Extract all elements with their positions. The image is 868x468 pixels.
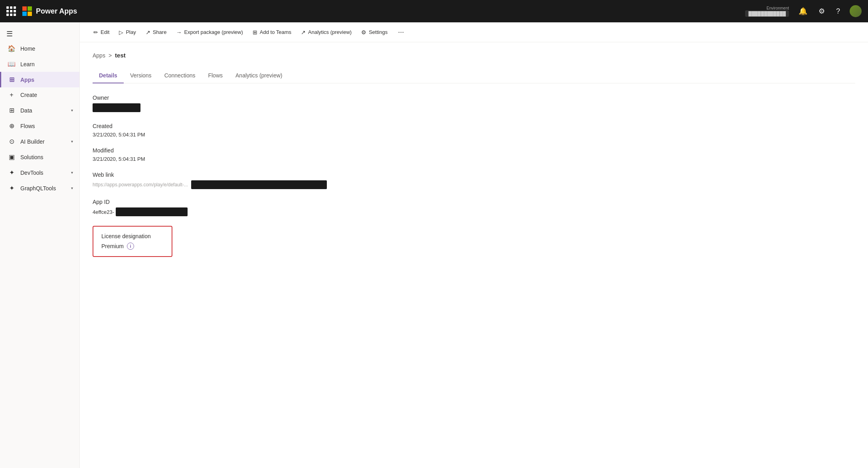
sidebar-item-solutions[interactable]: ▣ Solutions: [0, 149, 79, 165]
hamburger-button[interactable]: ☰: [0, 26, 79, 41]
toolbar: ✏ Edit ▷ Play ↗ Share → Export package (…: [80, 22, 868, 42]
chevron-down-icon: ▾: [71, 139, 73, 144]
sidebar-item-label: Apps: [20, 77, 34, 83]
share-button[interactable]: ↗ Share: [142, 27, 171, 38]
home-icon: 🏠: [8, 45, 16, 52]
license-designation-box: License designation Premium i: [93, 226, 172, 257]
sidebar-item-flows[interactable]: ⊕ Flows: [0, 118, 79, 134]
content-area: Apps > test Details Versions Connections…: [80, 42, 868, 267]
weblink-partial: https://apps.powerapps.com/play/e/defaul…: [93, 182, 188, 188]
sidebar-item-ai-builder[interactable]: ⊙ AI Builder ▾: [0, 134, 79, 149]
license-value-row: Premium i: [101, 243, 164, 250]
modified-value: 3/21/2020, 5:04:31 PM: [93, 156, 855, 162]
microsoft-logo: [22, 6, 32, 16]
settings-icon: ⚙: [361, 29, 366, 36]
breadcrumb-separator: >: [109, 52, 112, 59]
owner-label: Owner: [93, 95, 855, 101]
weblink-field: Web link https://apps.powerapps.com/play…: [93, 172, 855, 189]
topbar: Power Apps Environment ████████████ 🔔 ⚙ …: [0, 0, 868, 22]
sidebar-item-label: Learn: [20, 61, 35, 67]
breadcrumb: Apps > test: [93, 52, 855, 59]
appid-label: App ID: [93, 199, 855, 205]
appid-field: App ID 4effce23-: [93, 199, 855, 216]
sidebar-item-label: DevTools: [20, 170, 43, 176]
sidebar-item-graphqltools[interactable]: ✦ GraphQLTools ▾: [0, 180, 79, 196]
devtools-icon: ✦: [8, 169, 16, 176]
export-button[interactable]: → Export package (preview): [172, 27, 247, 38]
solutions-icon: ▣: [8, 153, 16, 161]
more-options-button[interactable]: ···: [395, 26, 407, 38]
analytics-icon: ↗: [301, 29, 306, 36]
chevron-down-icon: ▾: [71, 170, 73, 175]
add-to-teams-button[interactable]: ⊞ Add to Teams: [249, 27, 295, 38]
ai-builder-icon: ⊙: [8, 138, 16, 145]
weblink-row: https://apps.powerapps.com/play/e/defaul…: [93, 180, 855, 189]
weblink-label: Web link: [93, 172, 855, 178]
tab-versions[interactable]: Versions: [124, 68, 158, 83]
owner-field: Owner: [93, 95, 855, 113]
brand: Power Apps: [22, 6, 77, 16]
sidebar-item-label: Data: [20, 107, 32, 114]
edit-button[interactable]: ✏ Edit: [89, 27, 113, 38]
created-label: Created: [93, 123, 855, 129]
modified-field: Modified 3/21/2020, 5:04:31 PM: [93, 147, 855, 162]
appid-redacted: [116, 207, 188, 216]
chevron-down-icon: ▾: [71, 108, 73, 113]
sidebar-item-home[interactable]: 🏠 Home: [0, 41, 79, 56]
sidebar-item-data[interactable]: ⊞ Data ▾: [0, 103, 79, 118]
sidebar-item-devtools[interactable]: ✦ DevTools ▾: [0, 165, 79, 180]
sidebar-item-apps[interactable]: ⊞ Apps: [0, 72, 79, 87]
appid-prefix: 4effce23-: [93, 209, 114, 215]
app-launcher-icon[interactable]: [6, 6, 16, 16]
sidebar: ☰ 🏠 Home 📖 Learn ⊞ Apps + Create ⊞ Data …: [0, 22, 80, 468]
appid-row: 4effce23-: [93, 207, 855, 216]
play-icon: ▷: [119, 29, 123, 36]
data-icon: ⊞: [8, 107, 16, 114]
created-field: Created 3/21/2020, 5:04:31 PM: [93, 123, 855, 138]
breadcrumb-current: test: [115, 52, 126, 59]
graphqltools-icon: ✦: [8, 184, 16, 192]
sidebar-item-label: Create: [20, 92, 37, 98]
sidebar-item-label: Solutions: [20, 154, 43, 160]
sidebar-item-create[interactable]: + Create: [0, 87, 79, 103]
sidebar-item-label: Home: [20, 45, 35, 52]
main-content: ✏ Edit ▷ Play ↗ Share → Export package (…: [80, 22, 868, 468]
user-avatar[interactable]: [850, 5, 862, 17]
play-button[interactable]: ▷ Play: [115, 27, 140, 38]
topbar-right: Environment ████████████ 🔔 ⚙ ?: [745, 5, 862, 17]
env-value: ████████████: [745, 10, 789, 17]
license-label: License designation: [101, 233, 164, 239]
create-icon: +: [8, 91, 16, 99]
breadcrumb-apps-link[interactable]: Apps: [93, 52, 105, 59]
export-icon: →: [176, 29, 182, 36]
notification-icon[interactable]: 🔔: [797, 5, 809, 17]
analytics-button[interactable]: ↗ Analytics (preview): [297, 27, 356, 38]
learn-icon: 📖: [8, 60, 16, 68]
created-value: 3/21/2020, 5:04:31 PM: [93, 132, 855, 138]
apps-icon: ⊞: [8, 76, 16, 83]
tab-details[interactable]: Details: [93, 68, 124, 83]
chevron-down-icon: ▾: [71, 186, 73, 190]
tab-connections[interactable]: Connections: [158, 68, 202, 83]
sidebar-item-label: Flows: [20, 123, 35, 129]
environment-selector[interactable]: Environment ████████████: [745, 6, 789, 17]
tab-analytics[interactable]: Analytics (preview): [229, 68, 289, 83]
help-icon[interactable]: ?: [834, 6, 842, 17]
share-icon: ↗: [146, 29, 150, 36]
sidebar-item-label: GraphQLTools: [20, 185, 56, 192]
env-label: Environment: [767, 6, 789, 10]
settings-button[interactable]: ⚙ Settings: [357, 27, 391, 38]
tab-flows[interactable]: Flows: [202, 68, 229, 83]
weblink-redacted: [191, 180, 327, 189]
edit-icon: ✏: [93, 29, 98, 36]
flows-icon: ⊕: [8, 122, 16, 130]
sidebar-item-label: AI Builder: [20, 138, 45, 145]
tabs: Details Versions Connections Flows Analy…: [93, 68, 855, 83]
license-value: Premium: [101, 243, 124, 249]
app-title: Power Apps: [36, 7, 77, 16]
settings-icon[interactable]: ⚙: [817, 5, 826, 17]
layout: ☰ 🏠 Home 📖 Learn ⊞ Apps + Create ⊞ Data …: [0, 0, 868, 468]
sidebar-item-learn[interactable]: 📖 Learn: [0, 56, 79, 72]
info-icon[interactable]: i: [127, 243, 134, 250]
teams-icon: ⊞: [253, 29, 257, 36]
